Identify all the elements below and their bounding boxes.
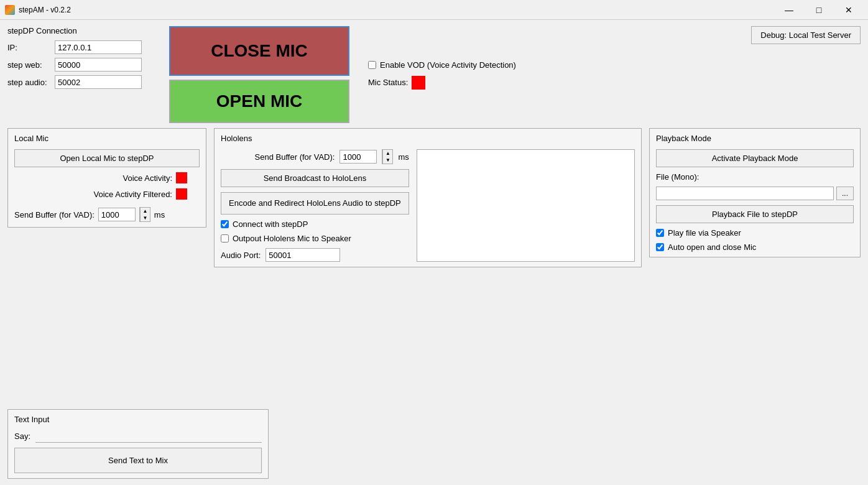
hololens-send-buffer-unit: ms [398,152,409,162]
audio-port-row: Audio Port: [221,248,409,262]
play-file-speaker-checkbox[interactable] [656,229,664,237]
voice-activity-row: Voice Activity: [14,172,200,183]
send-buffer-row-local: Send Buffer (for VAD): ▲ ▼ ms [14,207,200,222]
main-content: stepDP Connection IP: step web: step aud… [0,20,868,485]
ip-input[interactable] [55,40,142,54]
hololens-panel: Hololens Send Buffer (for VAD): ▲ ▼ ms S… [214,128,642,267]
open-local-mic-button[interactable]: Open Local Mic to stepDP [14,149,200,167]
auto-open-close-row: Auto open and close Mic [656,242,854,252]
vad-checkbox[interactable] [368,61,376,69]
say-row: Say: [14,429,262,443]
hololens-send-buffer-spinner: ▲ ▼ [382,149,393,164]
mic-buttons-area: CLOSE MIC OPEN MIC [169,26,349,123]
local-mic-panel: Local Mic Open Local Mic to stepDP Voice… [7,128,206,228]
voice-activity-label: Voice Activity: [123,173,172,183]
hololens-send-buffer-label: Send Buffer (for VAD): [255,152,335,162]
audio-label: step audio: [7,78,51,87]
send-text-button[interactable]: Send Text to Mix [14,448,262,473]
play-file-speaker-label: Play file via Speaker [668,228,741,238]
send-buffer-label-local: Send Buffer (for VAD): [14,210,95,219]
playback-file-button[interactable]: Playback File to stepDP [656,205,854,223]
hololens-send-buffer-input[interactable] [339,150,377,164]
text-input-title: Text Input [14,415,262,424]
stepdp-title: stepDP Connection [7,26,144,35]
audio-input[interactable] [55,75,142,89]
hololens-inner: Send Buffer (for VAD): ▲ ▼ ms Send Broad… [221,149,635,262]
audio-row: step audio: [7,75,144,89]
web-input[interactable] [55,58,142,72]
voice-activity-filtered-indicator [176,188,187,200]
hololens-left: Send Buffer (for VAD): ▲ ▼ ms Send Broad… [221,149,409,262]
mic-status-label: Mic Status: [368,78,408,87]
vad-label: Enable VOD (Voice Activity Detection) [380,60,516,70]
minimize-button[interactable]: — [775,1,803,19]
connect-stepdp-checkbox[interactable] [221,220,229,228]
title-bar: stepAM - v0.2.2 — □ ✕ [0,0,868,20]
hololens-log-area [417,149,635,262]
connect-stepdp-label: Connect with stepDP [233,219,308,229]
say-input[interactable] [35,429,262,443]
voice-activity-indicator [176,172,187,183]
mic-status-row: Mic Status: [368,76,516,90]
voice-activity-filtered-row: Voice Activity Filtered: [14,188,200,200]
voice-activity-filtered-label: Voice Activity Filtered: [94,190,172,199]
maximize-button[interactable]: □ [805,1,833,19]
window-title: stepAM - v0.2.2 [19,6,775,14]
hololens-spinner-up[interactable]: ▲ [382,150,392,157]
send-buffer-unit-local: ms [154,210,165,219]
playback-title: Playback Mode [656,134,854,143]
window-controls: — □ ✕ [775,1,863,19]
activate-playback-button[interactable]: Activate Playback Mode [656,149,854,167]
text-input-panel: Text Input Say: Send Text to Mix [7,409,269,479]
browse-button[interactable]: ... [836,187,854,200]
spinner-down-local[interactable]: ▼ [140,215,150,221]
audio-port-label: Audio Port: [221,251,261,260]
say-label: Say: [14,432,30,441]
web-row: step web: [7,58,144,72]
web-label: step web: [7,60,51,70]
audio-port-input[interactable] [265,248,340,262]
ip-label: IP: [7,43,51,52]
auto-open-close-label: Auto open and close Mic [668,242,756,252]
output-speaker-label: Outpout Hololens Mic to Speaker [233,234,351,243]
vad-area: Enable VOD (Voice Activity Detection) Mi… [368,60,516,90]
bottom-row: Local Mic Open Local Mic to stepDP Voice… [7,128,861,404]
connect-stepdp-row: Connect with stepDP [221,219,409,229]
open-mic-button[interactable]: OPEN MIC [169,80,349,123]
file-input[interactable] [656,187,834,200]
send-buffer-input-local[interactable] [98,208,136,221]
close-mic-button[interactable]: CLOSE MIC [169,26,349,76]
file-row: ... [656,187,854,200]
play-file-speaker-row: Play file via Speaker [656,228,854,238]
file-label: File (Mono): [656,172,854,182]
output-speaker-checkbox[interactable] [221,234,229,242]
local-mic-title: Local Mic [14,134,200,143]
hololens-title: Hololens [221,134,635,143]
app-icon [5,5,15,15]
close-button[interactable]: ✕ [834,1,863,19]
output-speaker-row: Outpout Hololens Mic to Speaker [221,234,409,243]
ip-row: IP: [7,40,144,54]
send-buffer-spinner-local: ▲ ▼ [139,207,150,222]
encode-redirect-button[interactable]: Encode and Redirect HoloLens Audio to st… [221,192,409,215]
stepdp-panel: stepDP Connection IP: step web: step aud… [7,26,144,89]
debug-button[interactable]: Debug: Local Test Server [751,26,861,44]
spinner-up-local[interactable]: ▲ [140,208,150,215]
top-area: stepDP Connection IP: step web: step aud… [7,26,861,123]
auto-open-close-checkbox[interactable] [656,243,664,251]
send-broadcast-button[interactable]: Send Broadcast to HoloLens [221,169,409,187]
vad-row: Enable VOD (Voice Activity Detection) [368,60,516,70]
hololens-spinner-down[interactable]: ▼ [382,157,392,164]
playback-panel: Playback Mode Activate Playback Mode Fil… [649,128,861,257]
mic-status-indicator [412,76,425,90]
